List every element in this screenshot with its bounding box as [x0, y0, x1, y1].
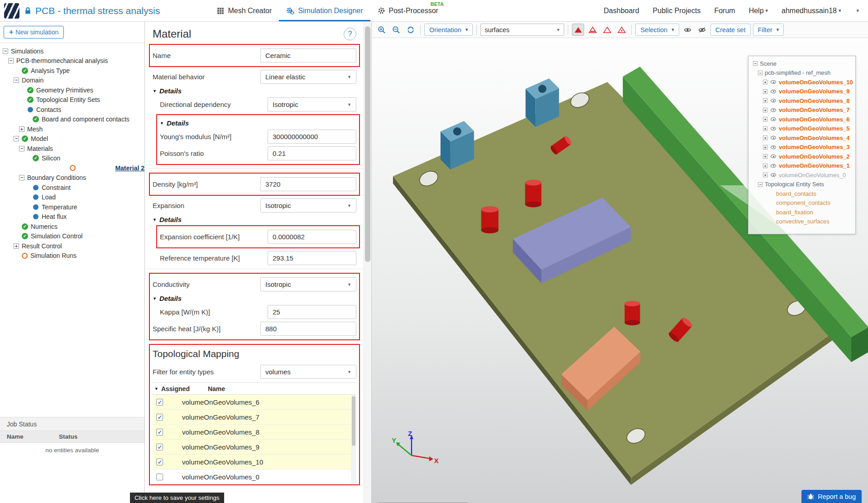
tab-post-processor[interactable]: BETA Post-Processor — [370, 0, 446, 21]
tree-item[interactable]: ✓Board and component contacts — [0, 115, 144, 125]
help-button[interactable]: ? — [344, 28, 356, 40]
expander-plus-icon[interactable]: + — [19, 126, 24, 132]
capacitor-4[interactable] — [624, 301, 640, 325]
tree-item[interactable]: ✓Numerics — [0, 222, 144, 232]
visibility-eye-icon[interactable] — [771, 155, 776, 158]
report-bug-button[interactable]: Report a bug — [801, 490, 862, 503]
tree-item[interactable]: −Boundary Conditions — [0, 173, 144, 183]
table-row[interactable]: volumeOnGeoVolumes_9 — [153, 440, 356, 455]
visibility-eye-icon[interactable] — [771, 173, 776, 177]
expander-minus-icon[interactable]: − — [19, 175, 24, 180]
expander-plus-icon[interactable]: + — [763, 89, 767, 94]
material-behavior-select[interactable]: Linear elastic ▼ — [260, 70, 356, 84]
table-scrollbar[interactable] — [351, 395, 356, 484]
tree-item[interactable]: Temperature — [0, 202, 144, 212]
assigned-checkbox[interactable] — [156, 399, 163, 406]
tree-item[interactable]: Constraint — [0, 183, 144, 193]
mesh-quality-solid-button[interactable] — [572, 24, 584, 36]
expansion-select[interactable]: Isotropic ▼ — [260, 198, 356, 213]
poissons-ratio-input[interactable]: 0.21 — [268, 146, 356, 160]
scene-tree-item[interactable]: +volumeOnGeoVolumes_1 — [751, 161, 853, 171]
conductivity-select[interactable]: Isotropic ▼ — [260, 277, 356, 291]
orientation-button[interactable]: Orientation — [424, 24, 473, 36]
reset-view-button[interactable] — [404, 24, 417, 36]
nav-public-projects[interactable]: Public Projects — [653, 7, 701, 15]
mesh-quality-outline-button[interactable] — [601, 24, 613, 36]
visibility-eye-icon[interactable] — [771, 117, 776, 121]
tree-item[interactable]: Load — [0, 193, 144, 203]
table-row[interactable]: volumeOnGeoVolumes_10 — [153, 455, 356, 469]
visibility-eye-icon[interactable] — [771, 99, 776, 102]
tab-mesh-creator[interactable]: Mesh Creator — [210, 0, 279, 21]
assigned-checkbox[interactable] — [156, 474, 163, 480]
expander-plus-icon[interactable]: + — [763, 173, 767, 177]
scene-tree-item[interactable]: component_contacts — [751, 198, 853, 208]
expander-plus-icon[interactable]: + — [763, 126, 767, 131]
expander-plus-icon[interactable]: + — [763, 135, 767, 140]
tree-item[interactable]: +Result Control — [0, 241, 144, 251]
expander-minus-icon[interactable]: − — [14, 136, 19, 141]
mesh-quality-bottom-button[interactable] — [586, 24, 599, 36]
scene-tree-item[interactable]: +volumeOnGeoVolumes_0 — [751, 170, 853, 180]
tree-item[interactable]: ✓Topological Entity Sets — [0, 95, 144, 105]
table-row[interactable]: volumeOnGeoVolumes_8 — [153, 425, 356, 440]
filter-button[interactable]: Filter — [753, 24, 784, 36]
nav-forum[interactable]: Forum — [714, 7, 735, 15]
tree-item[interactable]: ✓Analysis Type — [0, 66, 144, 76]
hide-button[interactable] — [696, 24, 708, 36]
tab-simulation-designer[interactable]: Simulation Designer — [279, 0, 370, 21]
expander-plus-icon[interactable]: + — [763, 154, 767, 159]
zoom-in-button[interactable] — [375, 24, 388, 36]
scene-tree-item[interactable]: +volumeOnGeoVolumes_8 — [751, 96, 853, 106]
kappa-input[interactable]: 25 — [268, 305, 356, 319]
user-menu[interactable]: ahmedhussain18 — [782, 7, 841, 15]
tree-item[interactable]: +Mesh — [0, 124, 144, 134]
mesh-quality-point-button[interactable] — [615, 24, 628, 36]
selection-button[interactable]: Selection — [635, 24, 679, 36]
scene-tree-item[interactable]: board_contacts — [751, 189, 853, 198]
table-header-row[interactable]: ▼ Assigned Name — [153, 383, 356, 395]
tree-item[interactable]: ✓Geometry Primitives — [0, 85, 144, 95]
project-title[interactable]: PCB - thermal stress analysis — [35, 5, 160, 16]
assigned-checkbox[interactable] — [156, 429, 163, 435]
tree-item[interactable]: −Domain — [0, 76, 144, 86]
expander-plus-icon[interactable]: + — [14, 243, 19, 249]
panel-scrollbar-thumb[interactable] — [365, 26, 370, 262]
tree-item[interactable]: Contacts — [0, 105, 144, 115]
expander-minus-icon[interactable]: − — [753, 61, 758, 66]
render-mode-select[interactable]: surfaces ▼ — [480, 24, 564, 36]
scene-tree-item[interactable]: +volumeOnGeoVolumes_9 — [751, 87, 853, 97]
capacitor-2[interactable] — [525, 180, 542, 208]
scene-tree-item[interactable]: −pcb-simplified - ref_mesh — [751, 68, 853, 78]
extra-menu-chevron-icon[interactable] — [854, 8, 859, 14]
details-section-header[interactable]: ▼ Details — [153, 295, 356, 302]
tree-item[interactable]: Heat flux — [0, 212, 144, 222]
tree-item[interactable]: −Simulations — [0, 46, 144, 56]
density-input[interactable]: 3720 — [260, 177, 356, 191]
expander-minus-icon[interactable]: − — [758, 182, 762, 187]
assigned-checkbox[interactable] — [156, 459, 163, 465]
scene-tree-item[interactable]: +volumeOnGeoVolumes_3 — [751, 143, 853, 152]
scene-tree-item[interactable]: −Scene — [751, 59, 853, 68]
table-row[interactable]: volumeOnGeoVolumes_7 — [153, 410, 356, 425]
visibility-eye-icon[interactable] — [771, 80, 776, 84]
expander-plus-icon[interactable]: + — [763, 98, 767, 103]
tree-item[interactable]: ✓Silicon — [0, 154, 144, 164]
table-row[interactable]: volumeOnGeoVolumes_0 — [153, 469, 356, 484]
details-section-header[interactable]: ▼ Details — [153, 216, 356, 223]
create-set-button[interactable]: Create set — [710, 24, 751, 36]
zoom-out-button[interactable] — [390, 24, 402, 36]
expander-minus-icon[interactable]: − — [19, 146, 24, 151]
show-button[interactable] — [681, 24, 694, 36]
simscale-logo[interactable] — [4, 3, 19, 19]
entity-filter-select[interactable]: volumes ▼ — [260, 365, 356, 379]
details-section-header[interactable]: ▼ Details — [160, 119, 356, 127]
expander-minus-icon[interactable]: − — [8, 58, 14, 63]
panel-scrollbar[interactable] — [364, 22, 371, 503]
save-settings-tooltip[interactable]: Click here to save your settings — [130, 493, 224, 503]
visibility-eye-icon[interactable] — [771, 164, 776, 168]
expander-plus-icon[interactable]: + — [763, 108, 767, 112]
scene-tree-item[interactable]: convective_surfaces — [751, 217, 853, 227]
scene-tree-item[interactable]: +volumeOnGeoVolumes_6 — [751, 115, 853, 124]
tree-item[interactable]: −Materials — [0, 144, 144, 154]
